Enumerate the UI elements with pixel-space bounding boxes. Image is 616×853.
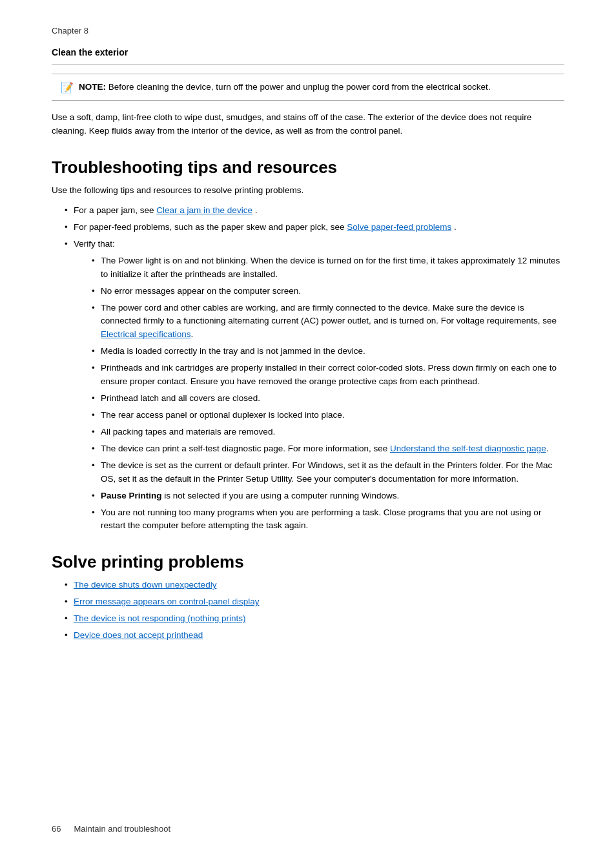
sub-list-item: Printheads and ink cartridges are proper… (92, 362, 564, 389)
list-item-verify: Verify that: The Power light is on and n… (65, 238, 564, 533)
no-printhead-link[interactable]: Device does not accept printhead (74, 630, 203, 640)
item-text: For paper-feed problems, such as the pap… (74, 222, 347, 232)
troubleshooting-section: Troubleshooting tips and resources Use t… (52, 158, 564, 533)
list-item: For paper-feed problems, such as the pap… (65, 221, 564, 234)
footer-page-number: 66 (52, 824, 61, 834)
sub-list-item: Printhead latch and all covers are close… (92, 392, 564, 406)
electrical-specs-link[interactable]: Electrical specifications (101, 329, 191, 339)
troubleshooting-intro: Use the following tips and resources to … (52, 184, 564, 198)
list-item: The device is not responding (nothing pr… (65, 612, 564, 626)
sub-list-item: The power cord and other cables are work… (92, 302, 564, 342)
error-message-link[interactable]: Error message appears on control-panel d… (74, 597, 259, 606)
page-container: Chapter 8 Clean the exterior 📝 NOTE: Bef… (0, 0, 616, 688)
not-responding-link[interactable]: The device is not responding (nothing pr… (74, 613, 245, 623)
list-item: The device shuts down unexpectedly (65, 579, 564, 592)
item-text: For a paper jam, see (74, 205, 156, 215)
sub-list-item: Media is loaded correctly in the tray an… (92, 345, 564, 358)
sub-list-item: Pause Printing is not selected if you ar… (92, 489, 564, 503)
item-suffix: . (255, 205, 258, 215)
divider (52, 64, 564, 65)
sub-list-item: The device can print a self-test diagnos… (92, 442, 564, 456)
note-body: Before cleaning the device, turn off the… (108, 82, 491, 92)
sub-list-item: No error messages appear on the computer… (92, 285, 564, 298)
clean-exterior-body: Use a soft, damp, lint-free cloth to wip… (52, 111, 564, 138)
solve-printing-section: Solve printing problems The device shuts… (52, 552, 564, 642)
troubleshooting-heading: Troubleshooting tips and resources (52, 158, 564, 178)
shuts-down-link[interactable]: The device shuts down unexpectedly (74, 580, 216, 590)
clean-exterior-section: Clean the exterior 📝 NOTE: Before cleani… (52, 47, 564, 138)
item-suffix: . (454, 222, 457, 232)
verify-label: Verify that: (74, 239, 115, 249)
solve-printing-list: The device shuts down unexpectedly Error… (52, 579, 564, 642)
note-icon: 📝 (61, 81, 74, 94)
note-label: NOTE: (79, 82, 106, 92)
list-item: Error message appears on control-panel d… (65, 595, 564, 609)
footer: 66 Maintain and troubleshoot (52, 824, 564, 834)
clear-jam-link[interactable]: Clear a jam in the device (156, 205, 252, 215)
troubleshooting-list: For a paper jam, see Clear a jam in the … (52, 204, 564, 533)
clean-exterior-title: Clean the exterior (52, 47, 564, 57)
sub-list-item: You are not running too many programs wh… (92, 506, 564, 533)
pause-printing-bold: Pause Printing (101, 491, 162, 500)
list-item: For a paper jam, see Clear a jam in the … (65, 204, 564, 218)
note-text: NOTE: Before cleaning the device, turn o… (79, 81, 491, 94)
chapter-label: Chapter 8 (52, 26, 564, 36)
sub-list-item: The rear access panel or optional duplex… (92, 409, 564, 422)
self-test-link[interactable]: Understand the self-test diagnostic page (390, 444, 546, 453)
footer-section-label: Maintain and troubleshoot (74, 824, 170, 834)
solve-printing-heading: Solve printing problems (52, 552, 564, 572)
list-item: Device does not accept printhead (65, 629, 564, 642)
verify-list: The Power light is on and not blinking. … (74, 254, 564, 533)
sub-list-item: The Power light is on and not blinking. … (92, 254, 564, 282)
note-box: 📝 NOTE: Before cleaning the device, turn… (52, 74, 564, 101)
solve-paper-feed-link[interactable]: Solve paper-feed problems (347, 222, 451, 232)
sub-list-item: The device is set as the current or defa… (92, 459, 564, 486)
sub-list-item: All packing tapes and materials are remo… (92, 426, 564, 439)
